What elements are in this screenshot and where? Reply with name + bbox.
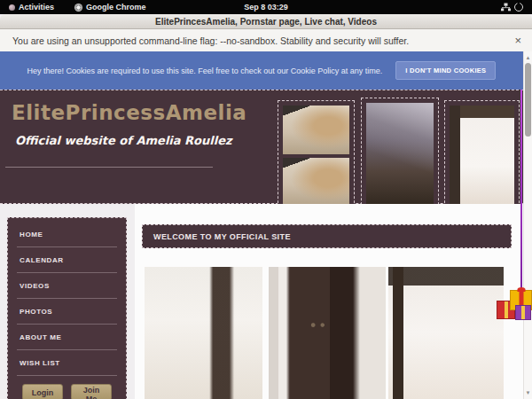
power-icon [514,3,523,12]
join-me-button[interactable]: Join Me [71,384,112,399]
gifts-widget[interactable] [495,288,532,324]
cookie-accept-button[interactable]: I DON'T MIND COOKIES [395,61,496,80]
welcome-heading: WELCOME TO MY OFFICIAL SITE [153,232,291,241]
window-title-bar[interactable]: ElitePrincesAmelia, Pornstar page, Live … [0,14,532,29]
screen: Activities Google Chrome Sep 8 03:29 Eli… [0,0,532,399]
gallery-photo [283,158,349,207]
header-gallery-thumb-3[interactable] [444,100,520,212]
network-icon [501,3,511,12]
sidebar-item-home[interactable]: HOME [17,222,117,247]
system-tray[interactable] [501,0,523,14]
scrollbar-thumb[interactable] [525,63,531,137]
photo-thumbnail-1[interactable] [145,267,262,399]
welcome-banner: WELCOME TO MY OFFICIAL SITE [142,224,512,248]
clock-label: Sep 8 03:29 [244,3,288,12]
infobar-close-icon[interactable]: × [514,29,521,51]
sidebar-item-wish-list[interactable]: WISH LIST [17,350,117,376]
sidebar-item-calendar[interactable]: CALENDAR [17,247,117,273]
sidebar: HOME CALENDAR VIDEOS PHOTOS ABOUT ME WIS… [7,217,127,399]
sidebar-nav: HOME CALENDAR VIDEOS PHOTOS ABOUT ME WIS… [17,222,117,376]
header-gallery-thumb-2[interactable] [361,98,439,214]
scrollbar-down-icon[interactable]: ▼ [524,389,532,396]
gift-ribbon [520,90,522,295]
photo-thumbnail-3[interactable] [388,267,504,399]
sidebar-item-about-me[interactable]: ABOUT ME [17,325,117,350]
cookie-banner: Hey there! Cookies are required to use t… [0,51,523,90]
gallery-photo [366,103,434,208]
gallery-photo [283,106,349,154]
site-header: ElitePrincessAmelia Official website of … [0,90,523,204]
sidebar-item-photos[interactable]: PHOTOS [17,299,117,325]
header-gallery-thumb-1[interactable] [278,100,355,212]
chrome-infobar: You are using an unsupported command-lin… [0,29,532,51]
cookie-message: Hey there! Cookies are required to use t… [27,66,383,75]
scrollbar-up-icon[interactable]: ▲ [524,54,532,61]
window-title: ElitePrincesAmelia, Pornstar page, Live … [155,17,377,27]
sidebar-buttons: Login Join Me [17,384,117,399]
site-logo[interactable]: ElitePrincessAmelia [12,101,246,124]
clock-menu[interactable]: Sep 8 03:29 [0,0,532,14]
header-divider [5,167,213,168]
gallery-photo [450,106,514,207]
browser-scrollbar[interactable]: ▲ ▼ [523,51,532,399]
site-tagline: Official website of Amelia Roullez [15,134,232,147]
sidebar-item-videos[interactable]: VIDEOS [17,273,117,299]
desktop-top-bar: Activities Google Chrome Sep 8 03:29 [0,0,532,14]
login-button[interactable]: Login [22,384,63,399]
infobar-message: You are using an unsupported command-lin… [12,29,409,51]
gift-box-purple-icon [515,305,531,320]
photo-thumbnail-2[interactable] [269,267,386,399]
